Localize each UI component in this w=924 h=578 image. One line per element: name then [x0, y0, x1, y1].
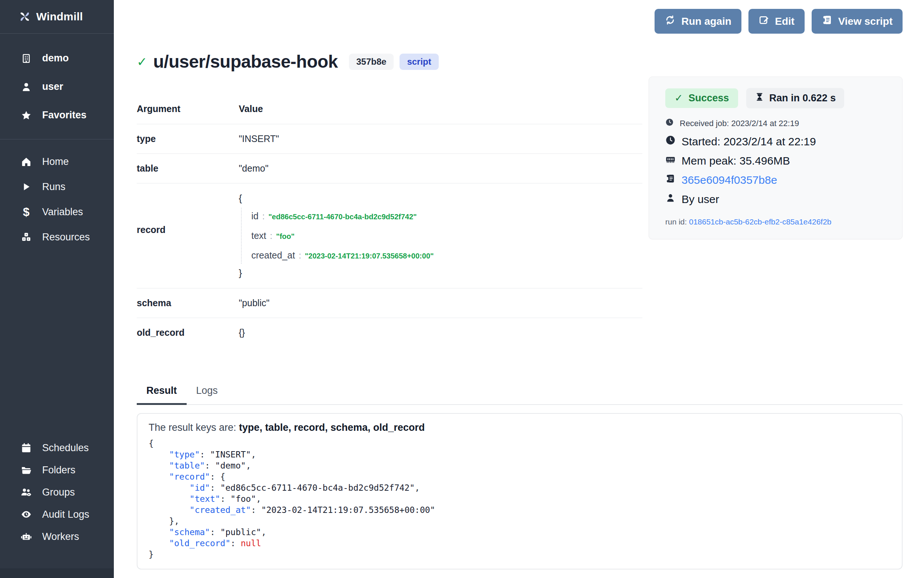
clock-icon: [665, 135, 676, 148]
groups-icon: [21, 487, 32, 498]
edit-button[interactable]: Edit: [748, 9, 804, 34]
sidebar-item-resources[interactable]: Resources: [21, 224, 114, 250]
table-row: table "demo": [137, 154, 642, 183]
result-keys-line: The result keys are: type, table, record…: [149, 422, 891, 434]
duration-badge: Ran in 0.622 s: [746, 88, 844, 108]
sidebar-item-workers[interactable]: Workers: [21, 526, 114, 548]
app-logo[interactable]: Windmill: [0, 0, 114, 34]
record-object-viewer: { id : "ed86c5cc-6711-4670-bc4a-bd2c9d52…: [239, 193, 434, 279]
cubes-icon: [21, 232, 32, 243]
started-text: Started: 2023/2/14 at 22:19: [681, 135, 816, 148]
record-entry: created_at : "2023-02-14T21:19:07.535658…: [251, 250, 434, 261]
view-script-label: View script: [838, 16, 893, 28]
building-icon: [21, 53, 32, 64]
windmill-logo-icon: [19, 11, 30, 22]
status-badge: ✓ Success: [665, 88, 738, 108]
sidebar-item-label: Audit Logs: [42, 509, 89, 520]
run-id-row: run id: 018651cb-ac5b-62cb-efb2-c85a1e42…: [665, 218, 887, 226]
sidebar-item-label: Groups: [42, 487, 75, 498]
edit-icon: [759, 15, 770, 28]
sidebar-item-label: Folders: [42, 464, 75, 476]
record-entry: text : "foo": [251, 231, 434, 241]
star-icon: [21, 110, 32, 121]
title-row: ✓ u/user/supabase-hook 357b8e script: [137, 51, 903, 72]
column-value: Value: [239, 104, 263, 114]
script-kind-badge: script: [400, 54, 439, 70]
table-row: record { id : "ed86c5cc-6711-4670-bc4a-b…: [137, 183, 642, 289]
memory-icon: [665, 154, 676, 167]
home-icon: [21, 156, 32, 167]
sidebar-item-folders[interactable]: Folders: [21, 459, 114, 481]
run-id-label: run id:: [665, 218, 687, 226]
success-label: Success: [689, 93, 729, 104]
edit-label: Edit: [775, 16, 795, 28]
sidebar-item-label: demo: [42, 52, 69, 64]
arguments-table-header: Argument Value: [137, 96, 642, 124]
sidebar-item-label: Workers: [42, 531, 79, 542]
sidebar-item-label: Runs: [42, 181, 65, 193]
sidebar-footer: [0, 568, 114, 578]
check-icon: ✓: [675, 93, 683, 103]
sidebar-nav-group: Home Runs $ Variables Resources: [0, 140, 114, 250]
play-icon: [21, 181, 32, 192]
dollar-icon: $: [21, 206, 32, 218]
tab-logs[interactable]: Logs: [187, 385, 228, 404]
record-entry: id : "ed86c5cc-6711-4670-bc4a-bd2c9d52f7…: [251, 211, 434, 221]
sidebar-item-home[interactable]: Home: [21, 149, 114, 174]
job-status-card: ✓ Success Ran in 0.622 s Received job: 2…: [649, 76, 903, 239]
top-row: ✓ u/user/supabase-hook 357b8e script Arg…: [137, 34, 903, 347]
sidebar-item-audit-logs[interactable]: Audit Logs: [21, 503, 114, 526]
sidebar-spacer: [0, 250, 114, 437]
view-script-button[interactable]: View script: [812, 9, 903, 34]
tab-result[interactable]: Result: [137, 385, 187, 405]
sidebar-item-label: Resources: [42, 232, 90, 243]
sidebar-item-runs[interactable]: Runs: [21, 174, 114, 199]
scroll-icon: [822, 15, 833, 28]
sidebar-item-demo[interactable]: demo: [21, 44, 114, 73]
success-check-icon: ✓: [137, 55, 147, 68]
eye-icon: [21, 509, 32, 520]
hourglass-icon: [755, 92, 764, 104]
status-badges: ✓ Success Ran in 0.622 s: [665, 88, 887, 108]
duration-label: Ran in 0.622 s: [769, 93, 836, 104]
page-title: u/user/supabase-hook: [154, 51, 338, 72]
sidebar-item-variables[interactable]: $ Variables: [21, 199, 114, 224]
result-keys-list: type, table, record, schema, old_record: [239, 422, 425, 433]
sidebar-item-label: Variables: [42, 206, 83, 218]
folder-icon: [21, 464, 32, 476]
table-row: schema "public": [137, 289, 642, 318]
sidebar-item-favorites[interactable]: Favorites: [21, 101, 114, 130]
run-again-button[interactable]: Run again: [655, 9, 741, 34]
arguments-table: Argument Value type "INSERT" table "demo…: [137, 96, 642, 347]
result-keys-prefix: The result keys are:: [149, 422, 239, 433]
column-argument: Argument: [137, 104, 239, 114]
sidebar: Windmill demo user Favorites Home: [0, 0, 114, 578]
script-hash-link[interactable]: 365e6094f0357b8e: [681, 174, 777, 187]
sidebar-item-schedules[interactable]: Schedules: [21, 437, 114, 459]
script-hash-badge: 357b8e: [349, 54, 393, 70]
sidebar-item-user[interactable]: user: [21, 73, 114, 101]
refresh-icon: [665, 15, 676, 28]
robot-icon: [21, 531, 32, 542]
sidebar-item-label: user: [42, 81, 63, 93]
script-hash-line: 365e6094f0357b8e: [665, 174, 887, 187]
sidebar-item-label: Favorites: [42, 109, 86, 121]
sidebar-item-groups[interactable]: Groups: [21, 481, 114, 503]
started-line: Started: 2023/2/14 at 22:19: [665, 135, 887, 148]
sidebar-item-label: Home: [42, 156, 69, 167]
clock-icon: [665, 118, 674, 129]
received-job-text: Received job: 2023/2/14 at 22:19: [680, 119, 799, 128]
run-again-label: Run again: [681, 16, 731, 28]
result-tabs: Result Logs: [137, 385, 903, 405]
scroll-icon: [665, 174, 676, 187]
result-panel: The result keys are: type, table, record…: [137, 413, 903, 570]
sidebar-workspace-group: demo user Favorites: [0, 34, 114, 140]
app-title: Windmill: [36, 10, 83, 23]
main-content: Run again Edit View script ✓ u/user/supa…: [114, 0, 924, 578]
table-row: old_record {}: [137, 318, 642, 347]
table-row: type "INSERT": [137, 124, 642, 154]
run-id-link[interactable]: 018651cb-ac5b-62cb-efb2-c85a1e426f2b: [689, 218, 831, 226]
mem-peak-text: Mem peak: 35.496MB: [681, 154, 790, 167]
calendar-icon: [21, 442, 32, 453]
received-job-line: Received job: 2023/2/14 at 22:19: [665, 118, 887, 129]
